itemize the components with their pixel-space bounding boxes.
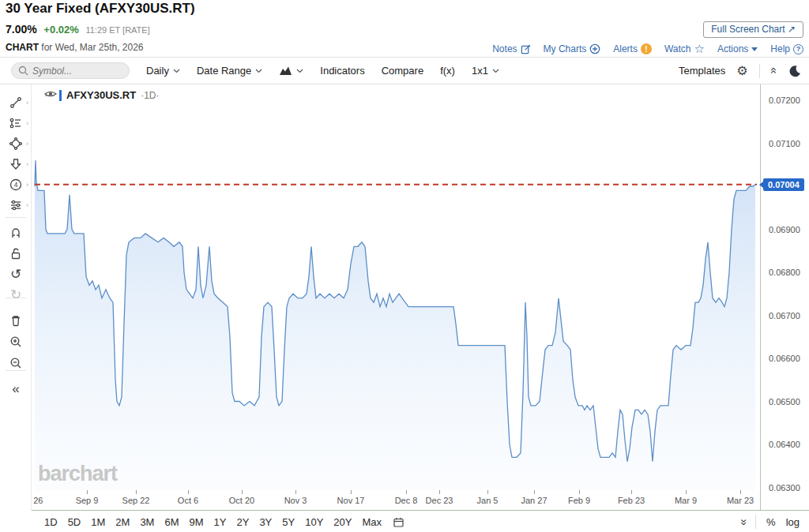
log-scale-button[interactable]: log (786, 516, 800, 528)
fx-button[interactable]: f(x) (440, 65, 455, 77)
magnet-tool-icon (9, 226, 23, 240)
x-axis-tick-label: Sep 9 (76, 496, 99, 505)
layout-dropdown[interactable]: 1x1 (472, 65, 499, 77)
watch-link[interactable]: Watch☆ (664, 42, 705, 56)
toolbar-divider (759, 64, 760, 78)
range-button-max[interactable]: Max (362, 516, 382, 528)
x-axis-tick-label: Jan 5 (477, 496, 499, 505)
measure-tool[interactable]: › (0, 197, 32, 214)
collapse-bottom-toolbar-icon[interactable]: « (735, 519, 748, 525)
range-button-3m[interactable]: 3M (140, 516, 154, 528)
indicators-button[interactable]: Indicators (320, 65, 364, 77)
dark-mode-moon-icon[interactable] (788, 65, 801, 77)
chevron-down-icon (173, 69, 180, 73)
quote-change: +0.02% (43, 24, 78, 36)
gear-icon[interactable]: ⚙ (736, 65, 747, 77)
y-axis[interactable]: 0.072000.071000.069000.068000.067000.066… (760, 84, 809, 511)
last-price-tag: 0.07004 (763, 178, 804, 191)
y-axis-tick-label: 0.07200 (769, 96, 800, 105)
range-button-2m[interactable]: 2M (115, 516, 130, 528)
lock-tool[interactable] (0, 245, 32, 262)
delete-drawings-button[interactable] (0, 312, 32, 329)
series-color-bar (59, 90, 62, 101)
area-fill (35, 160, 755, 490)
expand-tool-icon[interactable]: › (26, 181, 28, 189)
range-toolbar: 1D5D1M2M3M6M9M1Y2Y3Y5Y10Y20YMax « % log (0, 511, 809, 532)
help-link[interactable]: Help? (770, 43, 803, 54)
collapse-rail-button[interactable]: « (0, 380, 32, 397)
link-label: Help (770, 43, 790, 54)
expand-tool-icon[interactable]: › (26, 99, 28, 107)
alerts-link[interactable]: Alerts! (613, 43, 652, 54)
help-icon: ? (793, 44, 803, 54)
redo-button[interactable]: ↻ (0, 286, 32, 303)
drawing-tool-rail: ››››4››↺↻« (0, 84, 32, 511)
chart-type-dropdown[interactable] (279, 66, 303, 76)
calendar-icon[interactable] (393, 516, 404, 528)
x-axis-tick-label: Jan 27 (521, 496, 547, 505)
full-screen-chart-button[interactable]: Full Screen Chart ↗ (703, 21, 803, 38)
magnet-tool[interactable] (0, 224, 32, 242)
symbol-input[interactable] (32, 66, 119, 77)
x-axis-tick-label: Aug 26 (32, 496, 43, 505)
zoom-out-button[interactable] (0, 354, 32, 372)
toolbar-item-label: Daily (146, 65, 169, 77)
range-button-1m[interactable]: 1M (91, 516, 105, 528)
zoom-in-button[interactable] (0, 333, 32, 350)
actions-link[interactable]: Actions (717, 43, 758, 54)
arrow-marker-tool-icon (9, 157, 23, 171)
axis-separator-line (32, 510, 809, 511)
barchart-watermark: barchart (38, 462, 117, 486)
range-button-2y[interactable]: 2Y (236, 516, 249, 528)
expand-tool-icon[interactable]: › (26, 160, 28, 168)
range-button-1y[interactable]: 1Y (214, 516, 227, 528)
notes-link[interactable]: Notes (492, 43, 530, 54)
x-axis-tick-mark (740, 490, 741, 494)
link-label: My Charts (544, 43, 587, 54)
range-button-6m[interactable]: 6M (164, 516, 179, 528)
eye-icon[interactable] (44, 89, 57, 99)
x-axis-tick-mark (631, 490, 632, 494)
annotation-number-tool[interactable]: 4› (0, 176, 32, 193)
expand-tool-icon[interactable]: › (26, 140, 28, 148)
link-label: Actions (717, 43, 748, 54)
toolbar-item-label: Compare (382, 65, 423, 77)
collapse-toolbar-icon[interactable]: « (767, 67, 781, 73)
link-label: Notes (492, 43, 517, 54)
trendline-tool[interactable]: › (0, 94, 32, 111)
fib-pattern-tool[interactable]: › (0, 114, 32, 132)
chevron-down-icon (492, 69, 499, 73)
chevron-down-icon (296, 69, 303, 73)
range-button-5d[interactable]: 5D (68, 516, 81, 528)
undo-button[interactable]: ↺ (0, 265, 32, 283)
external-arrow-icon: ↗ (788, 24, 796, 35)
symbol-search[interactable] (11, 62, 130, 79)
legend-symbol: AFXY30US.RT (66, 89, 136, 101)
x-axis: Aug 26Sep 9Sep 22Oct 6Oct 20Nov 3Nov 17D… (32, 490, 760, 510)
my-charts-link[interactable]: My Charts (544, 43, 601, 54)
arrow-marker-tool[interactable]: › (0, 155, 32, 173)
range-button-5y[interactable]: 5Y (282, 516, 295, 528)
legend-interval: ·1D· (141, 90, 159, 101)
range-button-3y[interactable]: 3Y (259, 516, 272, 528)
compare-button[interactable]: Compare (382, 65, 423, 77)
shapes-tool[interactable]: › (0, 135, 32, 152)
x-axis-tick-label: Nov 3 (284, 496, 307, 505)
expand-tool-icon[interactable]: › (26, 119, 28, 127)
date-range-dropdown[interactable]: Date Range (197, 65, 262, 77)
plot-area[interactable]: ⋯ AFXY30US.RT ·1D· barchart Aug 26Sep 9S… (32, 84, 760, 490)
expand-tool-icon[interactable]: › (26, 201, 28, 209)
x-axis-tick-mark (351, 490, 352, 494)
percent-scale-button[interactable]: % (766, 516, 776, 528)
price-area-chart[interactable] (32, 84, 760, 490)
range-button-20y[interactable]: 20Y (333, 516, 352, 528)
range-button-1d[interactable]: 1D (44, 516, 58, 528)
svg-text:4: 4 (14, 181, 18, 189)
x-axis-tick-label: Mar 9 (675, 496, 697, 505)
fib-pattern-tool-icon (9, 116, 23, 130)
toolbar-items: DailyDate RangeIndicatorsComparef(x)1x1 (130, 65, 499, 77)
period-dropdown[interactable]: Daily (146, 65, 180, 77)
templates-button[interactable]: Templates (679, 65, 725, 77)
range-button-9m[interactable]: 9M (190, 516, 204, 528)
range-button-10y[interactable]: 10Y (305, 516, 323, 528)
